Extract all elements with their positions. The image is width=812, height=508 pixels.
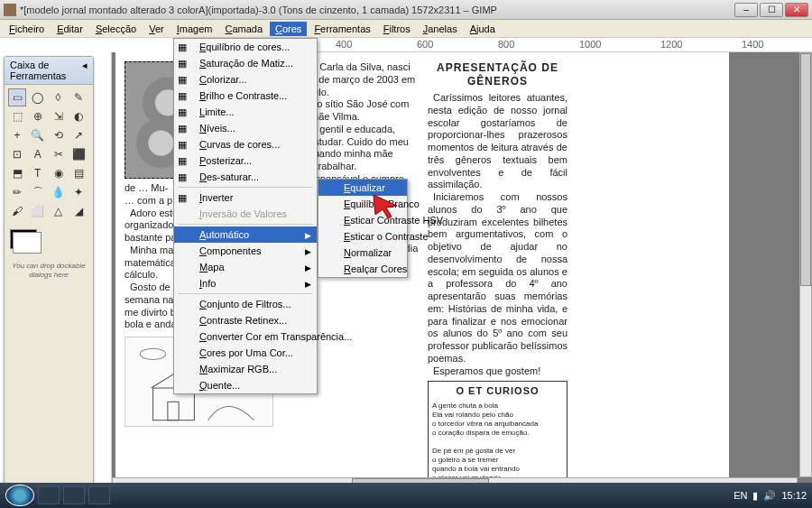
menuitem-inverter[interactable]: ▦Inverter xyxy=(174,189,317,206)
menuitem-autom-tico[interactable]: Automático▶ xyxy=(174,226,317,243)
taskbar: EN ▮ 🔊 15:12 xyxy=(0,483,812,508)
system-tray: EN ▮ 🔊 15:12 xyxy=(734,490,807,502)
scrollbar-vertical[interactable] xyxy=(799,52,812,477)
menuitem-invers-o-de-valores: Inversão de Valores xyxy=(174,206,317,222)
box-heading: O ET CURIOSO xyxy=(432,385,563,398)
desat-icon: ▦ xyxy=(178,171,190,184)
tool-18[interactable]: ◉ xyxy=(50,164,68,182)
menuitem-curvas-de-cores-[interactable]: ▦Curvas de cores... xyxy=(174,136,317,152)
posterize-icon: ▦ xyxy=(178,155,190,168)
ruler-vertical xyxy=(97,52,112,490)
menu-editar[interactable]: Editar xyxy=(51,22,88,36)
tool-22[interactable]: 💧 xyxy=(50,183,68,201)
menuitem-normalizar[interactable]: Normalizar xyxy=(318,245,407,261)
tool-4[interactable]: ⬚ xyxy=(8,107,26,125)
tray-lang[interactable]: EN xyxy=(734,490,747,501)
curves-icon: ▦ xyxy=(178,139,190,152)
menuitem-satura-o-de-matiz-[interactable]: ▦Saturação de Matiz... xyxy=(174,55,317,71)
submenu-automatico: EqualizarEquilíbrio BrancoEsticar Contra… xyxy=(318,179,408,278)
tool-2[interactable]: ◊ xyxy=(50,88,68,106)
menu-imagem[interactable]: Imagem xyxy=(171,22,218,36)
menuitem-esticar-o-contraste[interactable]: Esticar o Contraste xyxy=(318,228,407,245)
menu-ficheiro[interactable]: Ficheiro xyxy=(4,22,50,36)
tool-8[interactable]: + xyxy=(8,126,26,144)
menuitem-equil-brio-de-cores-[interactable]: ▦Equilíbrio de cores... xyxy=(174,39,317,55)
menuitem-colorizar-[interactable]: ▦Colorizar... xyxy=(174,71,317,88)
tool-14[interactable]: ✂ xyxy=(50,145,68,163)
tool-5[interactable]: ⊕ xyxy=(29,107,47,125)
invert-icon: ▦ xyxy=(178,192,190,205)
tool-25[interactable]: ⬜ xyxy=(29,202,47,220)
menu-selecção[interactable]: Selecção xyxy=(90,22,142,36)
article-heading: APRESENTAÇÃO DE GÊNEROS xyxy=(428,61,567,88)
tool-23[interactable]: ✦ xyxy=(69,183,88,201)
menuitem-conjunto-de-filtros-[interactable]: Conjunto de Filtros... xyxy=(174,296,317,312)
chevron-right-icon: ▶ xyxy=(305,263,311,272)
tool-19[interactable]: ▤ xyxy=(69,164,88,182)
menuitem-esticar-contraste-hsv[interactable]: Esticar Contraste HSV xyxy=(318,212,407,228)
menuitem-des-saturar-[interactable]: ▦Des-saturar... xyxy=(174,169,317,185)
menuitem-quente-[interactable]: Quente... xyxy=(174,377,317,393)
tool-16[interactable]: ⬒ xyxy=(8,164,26,182)
tool-11[interactable]: ↗ xyxy=(69,126,88,144)
tool-17[interactable]: T xyxy=(29,164,47,182)
menu-janelas[interactable]: Janelas xyxy=(418,22,463,36)
menuitem-componentes[interactable]: Componentes▶ xyxy=(174,243,317,259)
body-text: Esperamos que gostem! xyxy=(428,365,567,378)
taskbar-app-icon[interactable] xyxy=(88,486,110,504)
menuitem-equalizar[interactable]: Equalizar xyxy=(318,180,407,196)
toolbox-title-label: Caixa de Ferramentas xyxy=(10,60,82,81)
minimize-button[interactable]: – xyxy=(734,3,758,17)
tray-clock[interactable]: 15:12 xyxy=(781,490,807,501)
menuitem-cores-por-uma-cor-[interactable]: Cores por Uma Cor... xyxy=(174,345,317,361)
menu-camada[interactable]: Camada xyxy=(219,22,268,36)
menuitem-maximizar-rgb-[interactable]: Maximizar RGB... xyxy=(174,361,317,377)
levels-icon: ▦ xyxy=(178,123,190,135)
menu-cores[interactable]: Cores xyxy=(270,22,307,36)
tool-6[interactable]: ⇲ xyxy=(50,107,68,125)
tool-10[interactable]: ⟲ xyxy=(50,126,68,144)
tool-3[interactable]: ✎ xyxy=(69,88,88,106)
taskbar-app-icon[interactable] xyxy=(63,486,85,504)
tool-24[interactable]: 🖌 xyxy=(8,202,26,220)
tray-network-icon[interactable]: ▮ xyxy=(752,490,758,502)
tool-1[interactable]: ◯ xyxy=(29,88,47,106)
tool-26[interactable]: △ xyxy=(50,202,68,220)
menu-ajuda[interactable]: Ajuda xyxy=(465,22,501,36)
tool-20[interactable]: ✏ xyxy=(8,183,26,201)
tool-21[interactable]: ⌒ xyxy=(29,183,47,201)
menuitem-brilho-e-contraste-[interactable]: ▦Brilho e Contraste... xyxy=(174,88,317,104)
drop-hint: You can drop dockable dialogs here xyxy=(5,254,93,286)
menuitem-posterizar-[interactable]: ▦Posterizar... xyxy=(174,152,317,169)
start-button[interactable] xyxy=(5,485,34,506)
menubar: FicheiroEditarSelecçãoVerImagemCamadaCor… xyxy=(0,20,812,38)
tool-12[interactable]: ⊡ xyxy=(8,145,26,163)
chevron-right-icon: ▶ xyxy=(305,231,311,240)
tool-7[interactable]: ◐ xyxy=(69,107,88,125)
window-title: *[modelo jornal montado alterado 3 color… xyxy=(20,5,734,15)
menuitem-limite-[interactable]: ▦Limite... xyxy=(174,104,317,120)
tool-13[interactable]: A xyxy=(29,145,47,163)
taskbar-app-icon[interactable] xyxy=(38,486,60,504)
menuitem-converter-cor-em-transpar-ncia-[interactable]: Converter Cor em Transparência... xyxy=(174,328,317,345)
menuitem-info[interactable]: Info▶ xyxy=(174,275,317,291)
menu-filtros[interactable]: Filtros xyxy=(378,22,416,36)
color-indicator[interactable] xyxy=(5,224,93,254)
toolbox-collapse-icon[interactable]: ◂ xyxy=(82,60,88,81)
tool-15[interactable]: ⬛ xyxy=(69,145,88,163)
balance-icon: ▦ xyxy=(178,42,190,54)
menuitem-equil-brio-branco[interactable]: Equilíbrio Branco xyxy=(318,196,407,212)
menuitem-real-ar-cores[interactable]: Realçar Cores xyxy=(318,261,407,277)
tool-27[interactable]: ◢ xyxy=(69,202,88,220)
menuitem-mapa[interactable]: Mapa▶ xyxy=(174,259,317,275)
maximize-button[interactable]: ☐ xyxy=(760,3,783,17)
tray-volume-icon[interactable]: 🔊 xyxy=(763,490,776,502)
tool-0[interactable]: ▭ xyxy=(8,88,26,106)
menuitem-contraste-retinex-[interactable]: Contraste Retinex... xyxy=(174,312,317,328)
colorize-icon: ▦ xyxy=(178,74,190,87)
menu-ver[interactable]: Ver xyxy=(143,22,170,36)
tool-9[interactable]: 🔍 xyxy=(29,126,47,144)
menuitem-n-veis-[interactable]: ▦Níveis... xyxy=(174,120,317,136)
close-button[interactable]: ✕ xyxy=(785,3,808,17)
menu-ferramentas[interactable]: Ferramentas xyxy=(309,22,375,36)
